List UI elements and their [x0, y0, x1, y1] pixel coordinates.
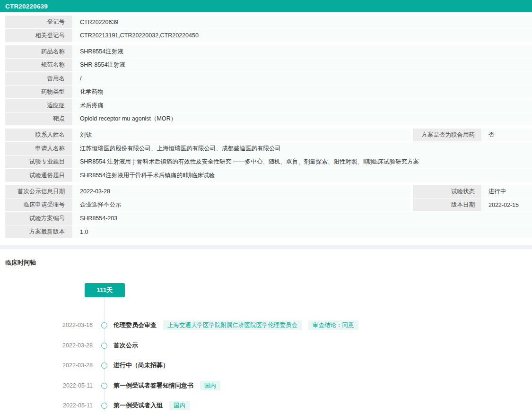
info-row: 规范名称 SHR-8554注射液 — [5, 59, 532, 71]
field-value: SHR8554-203 — [73, 212, 532, 225]
info-row: 申请人名称 江苏恒瑞医药股份有限公司、上海恒瑞医药有限公司、成都盛迪医药有限公司 — [5, 142, 532, 155]
field-label: 相关登记号 — [5, 29, 72, 42]
event-title: 首次公示 — [113, 341, 138, 350]
timeline-event: 2022-05-11 第一例受试者入组 国内 — [0, 399, 532, 412]
info-row: 试验通俗题目 SHR8554注射液用于骨科手术后镇痛的Ⅱ期临床试验 — [5, 169, 532, 182]
timeline-event: 2022-05-11 第一例受试者签署知情同意书 国内 — [0, 380, 532, 392]
timeline-node-icon — [101, 322, 107, 328]
timeline-node-icon — [101, 403, 107, 409]
field-value: 江苏恒瑞医药股份有限公司、上海恒瑞医药有限公司、成都盛迪医药有限公司 — [73, 142, 532, 155]
field-label: 方案是否为联合用药 — [413, 129, 481, 141]
field-value: 1.0 — [73, 225, 532, 238]
event-body: 进行中（尚未招募） — [113, 361, 169, 370]
timeline-heading: 临床时间轴 — [5, 259, 36, 267]
field-label: 版本日期 — [413, 198, 481, 211]
field-label: 靶点 — [5, 112, 72, 125]
duration-badge: 111天 — [85, 283, 125, 297]
event-title: 第一例受试者签署知情同意书 — [113, 381, 193, 390]
field-value: SHR8554注射液 — [73, 45, 532, 58]
field-value: 否 — [482, 129, 532, 141]
info-row: 曾用名 / — [5, 72, 532, 85]
field-label: 方案最新版本 — [5, 225, 72, 238]
field-value: SHR8554 注射液用于骨科术后镇痛的有效性及安全性研究 ——多中心、随机、双… — [73, 155, 532, 168]
field-value: 2022-03-28 — [73, 185, 410, 198]
field-value: 进行中 — [482, 185, 532, 198]
field-value: 2022-02-15 — [482, 198, 532, 211]
field-value: CTR20220639 — [73, 16, 532, 28]
field-label: 试验专业题目 — [5, 155, 72, 168]
field-label: 首次公示信息日期 — [5, 185, 72, 198]
event-date: 2022-05-11 — [0, 382, 93, 389]
info-row: 药物类型 化学药物 — [5, 86, 532, 98]
field-label: 联系人姓名 — [5, 129, 72, 141]
field-value: 刘钦 — [73, 129, 410, 141]
timeline-axis — [104, 297, 105, 411]
info-row: 联系人姓名 刘钦 方案是否为联合用药 否 — [5, 129, 532, 141]
ethics-committee-link[interactable]: 上海交通大学医学院附属仁济医院医学伦理委员会 — [163, 320, 302, 330]
field-value: 术后疼痛 — [73, 99, 532, 112]
event-date: 2022-03-28 — [0, 342, 93, 349]
event-title: 第一例受试者入组 — [113, 401, 163, 410]
event-title: 伦理委员会审查 — [113, 321, 157, 329]
info-row: 方案最新版本 1.0 — [5, 225, 532, 238]
info-row: 临床申请受理号 企业选择不公示 版本日期 2022-02-15 — [5, 198, 532, 211]
field-label: 试验方案编号 — [5, 212, 72, 225]
section-status: 首次公示信息日期 2022-03-28 试验状态 进行中 临床申请受理号 企业选… — [5, 185, 532, 239]
timeline-node-icon — [101, 383, 107, 389]
field-label: 临床申请受理号 — [5, 198, 72, 211]
field-value: SHR-8554注射液 — [73, 59, 532, 71]
info-row: 相关登记号 CTR20213191,CTR20220032,CTR2022045… — [5, 29, 532, 42]
timeline-node-icon — [101, 362, 107, 369]
domestic-tag: 国内 — [169, 401, 190, 410]
field-label: 试验状态 — [413, 185, 481, 198]
registration-title-bar: CTR20220639 — [0, 0, 532, 12]
field-label: 曾用名 — [5, 72, 72, 85]
event-body: 第一例受试者入组 国内 — [113, 401, 190, 410]
timeline-event: 2022-03-16 伦理委员会审查 上海交通大学医学院附属仁济医院医学伦理委员… — [0, 319, 532, 331]
field-label: 适应症 — [5, 99, 72, 112]
timeline-node-icon — [101, 343, 107, 349]
domestic-tag: 国内 — [200, 381, 220, 390]
section-registration: 登记号 CTR20220639 相关登记号 CTR20213191,CTR202… — [5, 16, 532, 42]
field-value: CTR20213191,CTR20220032,CTR20220450 — [73, 29, 532, 42]
event-title: 进行中（尚未招募） — [113, 361, 169, 370]
info-row: 适应症 术后疼痛 — [5, 99, 532, 112]
info-row: 登记号 CTR20220639 — [5, 16, 532, 28]
clinical-timeline: 临床时间轴 111天 2022-03-16 伦理委员会审查 上海交通大学医学院附… — [0, 249, 532, 411]
event-date: 2022-05-11 — [0, 402, 93, 409]
section-divider — [0, 245, 532, 249]
field-value: 企业选择不公示 — [73, 198, 410, 211]
event-date: 2022-03-16 — [0, 322, 93, 328]
field-label: 药品名称 — [5, 45, 72, 58]
timeline-event: 2022-03-28 进行中（尚未招募） — [0, 359, 532, 371]
info-row: 试验专业题目 SHR8554 注射液用于骨科术后镇痛的有效性及安全性研究 ——多… — [5, 155, 532, 168]
info-row: 药品名称 SHR8554注射液 — [5, 45, 532, 58]
field-label: 登记号 — [5, 16, 72, 28]
info-row: 首次公示信息日期 2022-03-28 试验状态 进行中 — [5, 185, 532, 198]
section-applicant: 联系人姓名 刘钦 方案是否为联合用药 否 申请人名称 江苏恒瑞医药股份有限公司、… — [5, 129, 532, 182]
trial-info: 登记号 CTR20220639 相关登记号 CTR20213191,CTR202… — [5, 16, 532, 238]
field-value: 化学药物 — [73, 86, 532, 98]
field-label: 药物类型 — [5, 86, 72, 98]
field-value: / — [73, 72, 532, 85]
review-conclusion-tag: 审查结论：同意 — [308, 320, 358, 330]
field-label: 规范名称 — [5, 59, 72, 71]
event-date: 2022-03-28 — [0, 362, 93, 369]
event-body: 伦理委员会审查 上海交通大学医学院附属仁济医院医学伦理委员会 审查结论：同意 — [113, 320, 358, 330]
section-drug: 药品名称 SHR8554注射液 规范名称 SHR-8554注射液 曾用名 / 药… — [5, 45, 532, 126]
timeline-event: 2022-03-28 首次公示 — [0, 339, 532, 352]
info-row: 试验方案编号 SHR8554-203 — [5, 212, 532, 225]
registration-number-title: CTR20220639 — [5, 3, 48, 10]
field-label: 申请人名称 — [5, 142, 72, 155]
event-body: 首次公示 — [113, 341, 138, 350]
field-label: 试验通俗题目 — [5, 169, 72, 182]
event-body: 第一例受试者签署知情同意书 国内 — [113, 381, 220, 390]
info-row: 靶点 Opioid receptor mu agonist（MOR） — [5, 112, 532, 125]
field-value: Opioid receptor mu agonist（MOR） — [73, 112, 532, 125]
field-value: SHR8554注射液用于骨科手术后镇痛的Ⅱ期临床试验 — [73, 169, 532, 182]
